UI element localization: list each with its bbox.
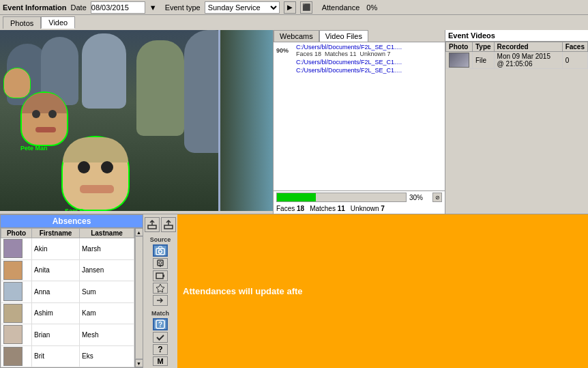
- progress-area: 30% ⊘: [274, 190, 445, 203]
- absence-photo: [1, 281, 32, 303]
- source-webcam-btn[interactable]: [153, 258, 168, 269]
- match-selected-btn[interactable]: ?: [153, 318, 168, 330]
- absence-lastname: Sum: [80, 281, 134, 303]
- absence-firstname: Ashim: [32, 302, 80, 324]
- face-label-pete: Pete Man: [20, 145, 48, 152]
- right-info-panel: Attendances will update afte: [177, 214, 588, 368]
- absence-row[interactable]: Ashim Kam: [1, 302, 134, 324]
- video-type: File: [473, 52, 495, 69]
- absence-firstname: Anna: [32, 281, 80, 303]
- absence-photo: [1, 238, 32, 260]
- scroll-up-arrow[interactable]: ▲: [135, 228, 143, 236]
- col-recorded: Recorded: [494, 42, 562, 52]
- icon-btn-1[interactable]: ▶: [284, 1, 296, 14]
- absence-lastname: Mesh: [80, 324, 134, 346]
- absence-lastname: Eks: [80, 345, 134, 367]
- absence-firstname: Brit: [32, 345, 80, 367]
- webcams-tab[interactable]: Webcams: [274, 30, 319, 42]
- match-manual-btn[interactable]: M: [153, 356, 168, 366]
- video-display: Pete Man Sam Sum: [0, 30, 273, 211]
- absence-firstname: Anita: [32, 259, 80, 281]
- date-label: Date: [71, 3, 87, 12]
- absence-firstname: Akin: [32, 238, 80, 260]
- event-videos-panel: Event Videos Photo Type Recorded Faces: [445, 30, 588, 214]
- source-video-btn[interactable]: [153, 270, 168, 281]
- unknown-stat: Unknown 7: [351, 205, 385, 212]
- absence-row[interactable]: Brit Eks: [1, 345, 134, 367]
- absence-firstname: Brian: [32, 324, 80, 346]
- video-thumb-cell: [446, 52, 473, 69]
- event-videos-title: Event Videos: [445, 30, 588, 42]
- matches-stat: Matches 11: [310, 205, 345, 212]
- video-frame: Pete Man Sam Sum: [0, 30, 273, 211]
- attendance-update-message: Attendances will update afte: [183, 286, 303, 296]
- toolbar-area: Source: [143, 214, 177, 368]
- abs-col-lastname: Lastname: [80, 229, 134, 238]
- date-input[interactable]: [91, 1, 145, 14]
- svg-point-5: [159, 261, 162, 264]
- file-entry-1[interactable]: 90% C:/Users/bl/Documents/F2L_SE_C1.AVI …: [276, 44, 442, 57]
- abs-col-firstname: Firstname: [32, 229, 80, 238]
- video-files-tab[interactable]: Video Files: [319, 30, 368, 42]
- video-thumbnail: [449, 53, 469, 68]
- progress-pct: 30%: [409, 194, 430, 201]
- bottom-area: Absences Photo Firstname Lastname Akin: [0, 214, 588, 368]
- export-button-2[interactable]: [161, 217, 176, 232]
- video-tabs: Webcams Video Files: [274, 30, 445, 42]
- event-type-select[interactable]: Sunday Service: [205, 1, 280, 14]
- file-entry-2[interactable]: C:/Users/bl/Documents/F2L_SE_C1.AVI: [276, 59, 442, 66]
- attendance-label: Attendance: [322, 3, 360, 12]
- faces-stat: Faces 18: [276, 205, 304, 212]
- svg-rect-1: [164, 225, 173, 229]
- scroll-down-arrow[interactable]: ▼: [135, 359, 143, 367]
- absence-row[interactable]: Akin Marsh: [1, 238, 134, 260]
- source-camera-btn[interactable]: [153, 244, 168, 257]
- absence-row[interactable]: Anita Jansen: [1, 259, 134, 281]
- absences-panel: Absences Photo Firstname Lastname Akin: [0, 214, 143, 368]
- stats-row: Faces 18 Matches 11 Unknown 7: [274, 203, 445, 214]
- attendance-pct: 0%: [366, 3, 377, 12]
- abs-col-photo: Photo: [1, 229, 32, 238]
- event-videos-table: Photo Type Recorded Faces File Mon 09 Ma…: [445, 42, 588, 69]
- export-buttons-row: [145, 217, 176, 232]
- source-arrow-btn[interactable]: [153, 295, 168, 306]
- absences-scrollbar[interactable]: ▲ ▼: [134, 228, 143, 367]
- svg-text:?: ?: [158, 321, 162, 328]
- absences-title: Absences: [1, 215, 143, 228]
- absences-tbody: Akin Marsh Anita Jansen Anna Sum Ashim K…: [1, 238, 134, 367]
- event-type-label: Event type: [165, 3, 201, 12]
- export-button-1[interactable]: [145, 217, 160, 232]
- svg-rect-4: [158, 260, 163, 266]
- tab-video[interactable]: Video: [41, 16, 75, 29]
- date-dropdown-icon[interactable]: ▼: [149, 3, 157, 12]
- file-list: 90% C:/Users/bl/Documents/F2L_SE_C1.AVI …: [274, 42, 445, 190]
- tabs-row: Photos Video: [0, 15, 588, 29]
- face-label-sam: Sam Sum: [65, 208, 93, 211]
- scroll-track: [135, 236, 143, 359]
- progress-bar: [276, 193, 407, 202]
- absence-row[interactable]: Anna Sum: [1, 281, 134, 303]
- video-right-panel: Webcams Video Files 90% C:/Users/bl/Docu…: [273, 30, 445, 214]
- absence-photo: [1, 324, 32, 346]
- absence-row[interactable]: Brian Mesh: [1, 324, 134, 346]
- main-content: Pete Man Sam Sum Webcams Video F: [0, 29, 588, 367]
- icon-btn-2[interactable]: ⬛: [300, 1, 312, 14]
- match-check-btn[interactable]: [153, 332, 168, 343]
- col-faces: Faces: [562, 42, 587, 52]
- col-photo: Photo: [446, 42, 473, 52]
- header-bar: Event Information Date ▼ Event type Sund…: [0, 0, 588, 15]
- match-unknown-btn[interactable]: ?: [153, 344, 168, 355]
- absence-photo: [1, 345, 32, 367]
- video-row-1[interactable]: File Mon 09 Mar 2015 @ 21:05:06 0: [446, 52, 588, 69]
- svg-rect-6: [156, 273, 163, 279]
- absence-lastname: Jansen: [80, 259, 134, 281]
- stop-button[interactable]: ⊘: [432, 193, 442, 202]
- video-recorded: Mon 09 Mar 2015 @ 21:05:06: [494, 52, 562, 69]
- svg-rect-0: [148, 225, 156, 229]
- tab-photos[interactable]: Photos: [3, 16, 41, 29]
- source-manual-btn[interactable]: [153, 283, 168, 294]
- absence-lastname: Marsh: [80, 238, 134, 260]
- file-entry-3[interactable]: C:/Users/bl/Documents/F2L_SE_C1.AVI: [276, 67, 442, 74]
- source-label: Source: [150, 236, 171, 243]
- absence-lastname: Kam: [80, 302, 134, 324]
